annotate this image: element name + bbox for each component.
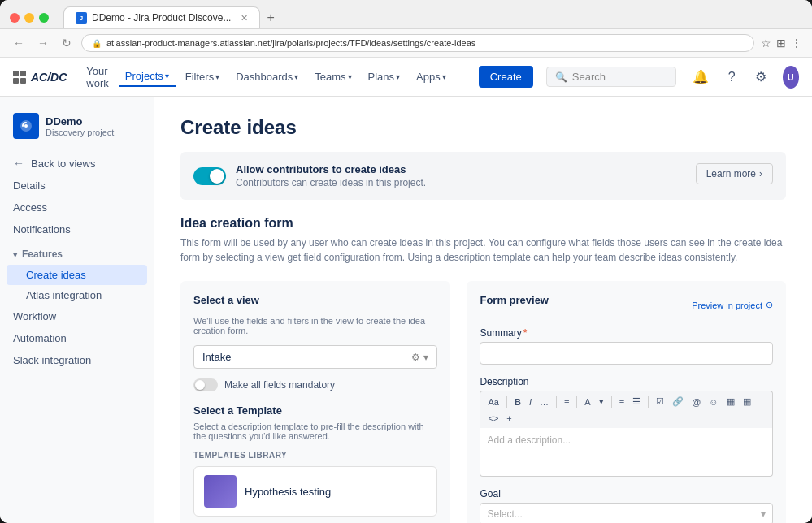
sidebar-back-to-views[interactable]: ← Back to views <box>0 152 154 175</box>
apps-chevron-icon: ▾ <box>442 72 446 81</box>
minimize-button[interactable] <box>24 13 34 23</box>
dropdown-icons: ⚙ ▾ <box>411 352 428 363</box>
nav-filters[interactable]: Filters ▾ <box>179 67 226 86</box>
mention-btn[interactable]: @ <box>689 395 703 408</box>
info-banner-left: Allow contributors to create ideas Contr… <box>193 163 426 188</box>
italic-btn[interactable]: I <box>527 395 534 408</box>
traffic-lights <box>10 13 49 23</box>
features-section-header[interactable]: ▾ Features <box>0 244 154 265</box>
bullet-list-btn[interactable]: ≡ <box>617 395 627 408</box>
logo-text: AC/DC <box>31 71 67 84</box>
mandatory-toggle-switch[interactable] <box>193 378 218 391</box>
banner-title: Allow contributors to create ideas <box>236 163 426 175</box>
toggle-thumb <box>210 169 224 184</box>
notifications-icon[interactable]: 🔔 <box>689 66 712 88</box>
goal-field: Goal Select... ▾ <box>480 488 773 523</box>
required-asterisk: * <box>523 327 528 339</box>
sidebar-item-workflow[interactable]: Workflow <box>0 305 154 327</box>
close-button[interactable] <box>10 13 20 23</box>
summary-label: Summary * <box>480 327 773 339</box>
summary-input[interactable] <box>480 342 773 365</box>
sidebar-item-details[interactable]: Details <box>0 175 154 197</box>
help-icon[interactable]: ? <box>725 67 739 88</box>
template-info: Hypothesis testing <box>245 486 331 498</box>
settings-gear-icon: ⚙ <box>411 352 420 363</box>
sidebar-sub-create-ideas[interactable]: Create ideas <box>7 265 147 285</box>
description-input[interactable]: Add a description... <box>480 428 773 477</box>
page-title: Create ideas <box>180 116 786 139</box>
learn-more-button[interactable]: Learn more › <box>696 163 773 184</box>
description-label: Description <box>480 376 773 387</box>
forward-button[interactable]: → <box>34 35 52 51</box>
features-chevron-icon: ▾ <box>13 250 17 259</box>
preview-in-project-link[interactable]: Preview in project ⊙ <box>692 300 773 310</box>
preview-header: Form preview Preview in project ⊙ <box>480 294 773 316</box>
new-tab-button[interactable]: + <box>260 6 280 28</box>
text-color-chevron[interactable]: ▾ <box>597 395 606 408</box>
view-dropdown[interactable]: Intake ⚙ ▾ <box>193 345 437 369</box>
details-label: Details <box>13 179 46 192</box>
extensions-icon[interactable]: ⊞ <box>776 37 786 50</box>
project-header: DDemo Discovery project <box>0 106 154 152</box>
tab-favicon: J <box>76 12 87 24</box>
back-icon: ← <box>13 157 24 170</box>
back-button[interactable]: ← <box>10 35 28 51</box>
numbered-list-btn[interactable]: ☰ <box>630 395 643 408</box>
sidebar-item-automation[interactable]: Automation <box>0 327 154 349</box>
reload-button[interactable]: ↻ <box>59 35 75 51</box>
goal-placeholder: Select... <box>487 508 522 520</box>
bookmark-icon[interactable]: ☆ <box>761 37 771 50</box>
more-btn[interactable]: … <box>537 395 551 408</box>
nav-plans[interactable]: Plans ▾ <box>362 67 407 86</box>
features-label: Features <box>22 249 63 260</box>
checkbox-btn[interactable]: ☑ <box>654 395 667 408</box>
toolbar-separator-3 <box>576 396 577 408</box>
sidebar-item-slack[interactable]: Slack integration <box>0 349 154 371</box>
template-card[interactable]: Hypothesis testing <box>193 466 437 517</box>
nav-teams[interactable]: Teams ▾ <box>308 67 358 86</box>
mandatory-toggle-row: Make all fields mandatory <box>193 378 437 391</box>
emoji-btn[interactable]: ☺ <box>706 395 720 408</box>
dropdown-chevron-icon: ▾ <box>423 352 428 363</box>
project-type: Discovery project <box>46 128 114 137</box>
tab-close-icon[interactable]: ✕ <box>241 13 248 24</box>
text-style-btn[interactable]: Aa <box>485 395 501 408</box>
contributors-toggle[interactable] <box>193 167 226 185</box>
nav-apps[interactable]: Apps ▾ <box>410 67 453 86</box>
user-avatar[interactable]: U <box>783 66 799 89</box>
automation-label: Automation <box>13 332 67 344</box>
toolbar-separator-1 <box>506 396 507 408</box>
top-nav: AC/DC Your work Projects ▾ Filters ▾ Das… <box>0 58 812 97</box>
settings-icon[interactable]: ⚙ <box>752 66 770 88</box>
form-config-col: Select a view We'll use the fields and f… <box>180 281 450 523</box>
goal-select-dropdown[interactable]: Select... ▾ <box>480 503 773 523</box>
align-btn[interactable]: ≡ <box>562 395 571 408</box>
sidebar-sub-atlas-integration[interactable]: Atlas integration <box>0 285 154 305</box>
address-bar[interactable]: 🔒 atlassian-product-managers.atlassian.n… <box>81 34 754 52</box>
insert-btn[interactable]: + <box>504 412 514 425</box>
sidebar-item-access[interactable]: Access <box>0 197 154 218</box>
code-btn[interactable]: <> <box>485 412 501 425</box>
content-area: Create ideas Allow contributors to creat… <box>154 97 812 523</box>
description-toolbar: Aa B I … ≡ A ▾ ≡ <box>480 391 773 428</box>
dashboards-chevron-icon: ▾ <box>294 72 298 81</box>
table-btn[interactable]: ▦ <box>724 395 737 408</box>
jira-logo: AC/DC <box>13 71 67 84</box>
nav-projects[interactable]: Projects ▾ <box>119 67 176 87</box>
nav-links: Your work Projects ▾ Filters ▾ Dashboard… <box>80 62 452 93</box>
menu-icon[interactable]: ⋮ <box>791 37 802 50</box>
nav-your-work[interactable]: Your work <box>80 62 115 93</box>
access-label: Access <box>13 201 47 214</box>
project-icon <box>13 113 39 139</box>
active-tab[interactable]: J DDemo - Jira Product Discove... ✕ <box>63 6 260 28</box>
bold-btn[interactable]: B <box>512 395 523 408</box>
sidebar-item-notifications[interactable]: Notifications <box>0 218 154 240</box>
nav-dashboards[interactable]: Dashboards ▾ <box>229 67 305 86</box>
link-btn[interactable]: 🔗 <box>670 395 686 408</box>
image-btn[interactable]: ▦ <box>740 395 753 408</box>
nav-search-bar[interactable]: 🔍 Search <box>546 67 676 87</box>
create-button[interactable]: Create <box>479 66 533 88</box>
text-color-btn[interactable]: A <box>582 395 593 408</box>
slack-label: Slack integration <box>13 354 91 366</box>
maximize-button[interactable] <box>39 13 49 23</box>
